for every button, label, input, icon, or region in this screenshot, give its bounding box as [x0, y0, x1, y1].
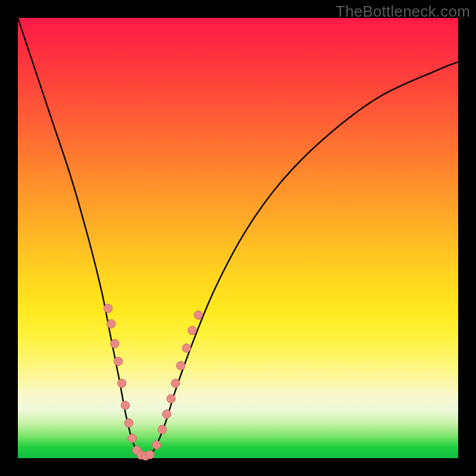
marker-dot [111, 339, 119, 347]
marker-dot [121, 401, 129, 409]
marker-dot [162, 410, 171, 418]
marker-dot [146, 450, 154, 459]
marker-dot [114, 357, 123, 365]
marker-dot [117, 379, 126, 387]
marker-dot [128, 434, 136, 443]
marker-dot [182, 344, 190, 352]
marker-dot [188, 326, 196, 334]
marker-dot [158, 425, 167, 434]
marker-dot [171, 379, 180, 387]
curve-svg [18, 18, 458, 458]
marker-dot [124, 419, 133, 427]
curve-markers [104, 304, 203, 460]
marker-dot [194, 311, 202, 319]
marker-dot [167, 394, 175, 403]
chart-frame: TheBottleneck.com [0, 0, 476, 476]
marker-dot [104, 304, 112, 312]
marker-dot [177, 361, 185, 369]
plot-area [18, 18, 458, 458]
bottleneck-curve [18, 18, 458, 458]
marker-dot [107, 320, 115, 328]
marker-dot [152, 441, 161, 449]
